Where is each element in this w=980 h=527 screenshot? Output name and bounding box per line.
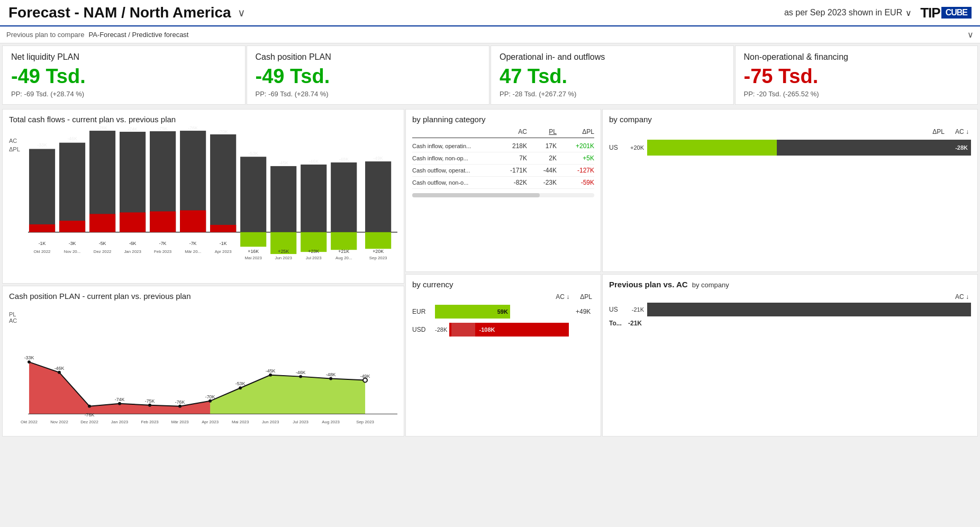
cube-badge: CUBE bbox=[941, 7, 972, 19]
prev-vs-ac-subtitle: by company bbox=[692, 281, 729, 289]
svg-text:-75K: -75K bbox=[145, 398, 155, 404]
row-dpl-2: -127K bbox=[565, 167, 594, 174]
svg-text:-46K: -46K bbox=[296, 370, 306, 375]
currency-col-dpl: ΔPL bbox=[580, 293, 592, 301]
cash-position-title: Cash position PLAN - current plan vs. pr… bbox=[9, 292, 397, 301]
row-label-1: Cash inflow, non-op... bbox=[412, 155, 501, 161]
svg-text:Jun 2023: Jun 2023 bbox=[275, 256, 293, 260]
svg-text:-76K: -76K bbox=[175, 399, 185, 405]
prev-ac-value-us: -21K bbox=[628, 306, 644, 313]
row-pl-1: 2K bbox=[536, 155, 557, 162]
company-pos-label: +20K bbox=[625, 144, 644, 151]
total-cashflows-card: Total cash flows - current plan vs. prev… bbox=[2, 109, 404, 284]
svg-text:-46K: -46K bbox=[55, 366, 65, 371]
svg-rect-51 bbox=[331, 162, 357, 232]
col-header-pl: PL bbox=[536, 128, 557, 135]
svg-rect-2 bbox=[29, 224, 55, 232]
svg-text:-53K: -53K bbox=[235, 381, 246, 386]
prev-ac-bar-us bbox=[647, 303, 971, 316]
header-info: as per Sep 2023 shown in EUR ∨ bbox=[784, 8, 912, 18]
svg-text:Apr 2023: Apr 2023 bbox=[215, 249, 232, 254]
svg-point-65 bbox=[58, 371, 61, 374]
svg-rect-7 bbox=[59, 221, 85, 232]
sub-header: Previous plan to compare PA-Forecast / P… bbox=[0, 26, 980, 43]
eur-bar-pos: 59K bbox=[435, 305, 510, 319]
svg-text:Jul 2023: Jul 2023 bbox=[293, 420, 308, 424]
col-header-dpl: ΔPL bbox=[565, 128, 594, 135]
kpi-value-2: 47 Tsd. bbox=[500, 65, 725, 88]
left-charts: Total cash flows - current plan vs. prev… bbox=[2, 109, 404, 437]
company-bar-neg: -28K bbox=[777, 140, 971, 156]
header-info-text: as per Sep 2023 shown in EUR bbox=[784, 8, 902, 17]
sub-header-chevron-icon[interactable]: ∨ bbox=[967, 30, 974, 40]
prev-ac-row-us: US -21K bbox=[609, 303, 971, 316]
row-pl-0: 17K bbox=[536, 142, 557, 150]
svg-text:Aug 2023: Aug 2023 bbox=[322, 420, 340, 424]
company-label-us: US bbox=[609, 144, 622, 151]
kpi-title-1: Cash position PLAN bbox=[256, 52, 481, 62]
prev-ac-label-us: US bbox=[609, 306, 625, 313]
company-neg-label: -28K bbox=[955, 144, 968, 151]
row-dpl-0: +201K bbox=[565, 142, 594, 150]
usd-bar-neg: -108K bbox=[449, 323, 569, 337]
tip-logo: TIP CUBE bbox=[920, 5, 972, 21]
svg-text:-46K: -46K bbox=[67, 136, 77, 141]
currency-row-eur: EUR 59K +49K bbox=[412, 305, 594, 319]
svg-point-73 bbox=[299, 375, 302, 378]
line-y-label-pl: PL bbox=[9, 311, 16, 317]
kpi-value-0: -49 Tsd. bbox=[11, 65, 237, 88]
info-chevron-icon[interactable]: ∨ bbox=[905, 8, 912, 18]
currency-label-usd: USD bbox=[412, 326, 431, 333]
svg-text:-7K: -7K bbox=[189, 241, 197, 246]
svg-point-66 bbox=[88, 405, 91, 408]
svg-text:Nov 20...: Nov 20... bbox=[64, 249, 80, 254]
svg-text:Jan 2023: Jan 2023 bbox=[124, 249, 141, 254]
header-right: as per Sep 2023 shown in EUR ∨ TIP CUBE bbox=[784, 5, 972, 21]
planning-row-1: Cash inflow, non-op... 7K 2K +5K bbox=[412, 152, 594, 165]
cash-position-card: Cash position PLAN - current plan vs. pr… bbox=[2, 286, 404, 437]
svg-point-69 bbox=[178, 405, 182, 408]
svg-text:Apr 2023: Apr 2023 bbox=[202, 420, 219, 424]
row-dpl-1: +5K bbox=[565, 155, 594, 162]
company-col-dpl: ΔPL bbox=[932, 128, 945, 135]
by-company-card: by company ΔPL AC ↓ US +20K -28K bbox=[602, 109, 978, 272]
svg-text:-3K: -3K bbox=[69, 241, 76, 246]
svg-text:-6K: -6K bbox=[129, 241, 137, 246]
svg-text:+25K: +25K bbox=[278, 249, 289, 254]
title-chevron-icon[interactable]: ∨ bbox=[238, 6, 246, 19]
by-company-title: by company bbox=[609, 115, 971, 124]
svg-rect-46 bbox=[301, 165, 326, 232]
svg-text:Mai 2023: Mai 2023 bbox=[245, 256, 262, 260]
svg-text:-48K: -48K bbox=[339, 157, 349, 162]
usd-bar-track: -28K -108K bbox=[435, 323, 594, 337]
svg-text:-33K: -33K bbox=[37, 142, 47, 148]
eur-dpl-label: +49K bbox=[576, 308, 594, 315]
row-label-2: Cash outflow, operat... bbox=[412, 167, 501, 174]
planning-row-2: Cash outflow, operat... -171K -44K -127K bbox=[412, 165, 594, 177]
usd-outside-label: -28K bbox=[435, 326, 447, 333]
row-dpl-3: -59K bbox=[565, 179, 594, 186]
svg-rect-31 bbox=[210, 134, 236, 232]
by-currency-card: by currency AC ↓ ΔPL EUR 59K +49K USD -2 bbox=[405, 274, 601, 437]
svg-rect-1 bbox=[29, 149, 55, 232]
svg-point-67 bbox=[118, 402, 121, 405]
prev-ac-row-total: To... -21K bbox=[609, 320, 971, 327]
prev-vs-ac-title: Previous plan vs. AC bbox=[609, 280, 688, 289]
by-currency-title: by currency bbox=[412, 280, 594, 289]
total-cashflows-title: Total cash flows - current plan vs. prev… bbox=[9, 115, 397, 124]
right-charts: by company ΔPL AC ↓ US +20K -28K Previo bbox=[602, 109, 978, 437]
company-row-us: US +20K -28K bbox=[609, 140, 971, 156]
svg-text:-70K: -70K bbox=[218, 129, 228, 134]
kpi-card-0: Net liquidity PLAN -49 Tsd. PP: -69 Tsd.… bbox=[2, 46, 246, 105]
y-label-dpl: ΔPL bbox=[9, 146, 20, 152]
svg-text:Dez 2022: Dez 2022 bbox=[94, 249, 112, 254]
svg-rect-41 bbox=[270, 166, 296, 232]
svg-point-64 bbox=[28, 360, 31, 364]
kpi-card-3: Non-operational & financing -75 Tsd. PP:… bbox=[735, 46, 978, 105]
header-left: Forecast - NAM / North America ∨ bbox=[8, 4, 246, 21]
table-scrollbar[interactable] bbox=[412, 193, 594, 197]
svg-text:-49K: -49K bbox=[360, 374, 370, 379]
svg-text:Jun 2023: Jun 2023 bbox=[262, 420, 279, 424]
svg-text:-74K: -74K bbox=[115, 397, 125, 402]
currency-col-ac: AC ↓ bbox=[556, 293, 569, 301]
